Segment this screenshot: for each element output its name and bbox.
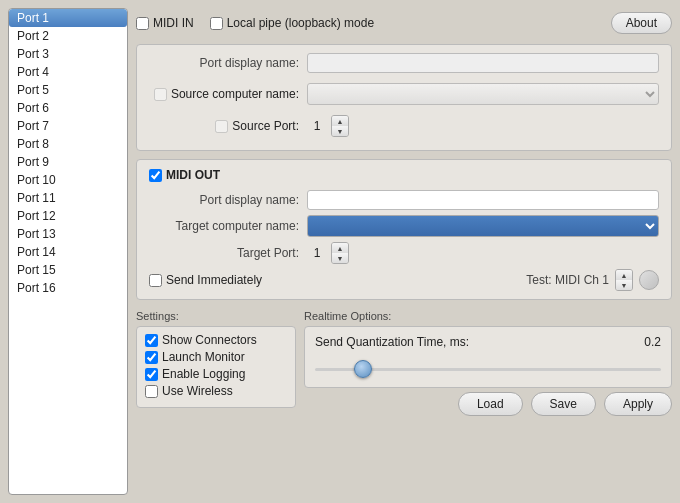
source-port-down[interactable]: ▼ (332, 126, 348, 136)
port-item-11[interactable]: Port 11 (9, 189, 127, 207)
realtime-box: Send Quantization Time, ms: 0.2 (304, 326, 672, 388)
source-computer-label: Source computer name: (171, 87, 299, 101)
port-item-2[interactable]: Port 2 (9, 27, 127, 45)
local-pipe-checkbox[interactable] (210, 17, 223, 30)
midi-in-checkbox-label[interactable]: MIDI IN (136, 16, 194, 30)
test-circle (639, 270, 659, 290)
send-immediately-checkbox[interactable] (149, 274, 162, 287)
settings-box: Show Connectors Launch Monitor Enable Lo… (136, 326, 296, 408)
port-item-1[interactable]: Port 1 (9, 9, 127, 27)
port-item-15[interactable]: Port 15 (9, 261, 127, 279)
launch-monitor-checkbox[interactable] (145, 351, 158, 364)
enable-logging-text: Enable Logging (162, 367, 245, 381)
top-bar-left: MIDI IN Local pipe (loopback) mode (136, 16, 374, 30)
quantize-row: Send Quantization Time, ms: 0.2 (315, 335, 661, 349)
target-port-up[interactable]: ▲ (332, 243, 348, 253)
slider-container (315, 359, 661, 379)
port-item-7[interactable]: Port 7 (9, 117, 127, 135)
port-item-16[interactable]: Port 16 (9, 279, 127, 297)
midi-out-target-computer-row: Target computer name: (149, 215, 659, 237)
send-immediately-label[interactable]: Send Immediately (149, 273, 262, 287)
show-connectors-checkbox[interactable] (145, 334, 158, 347)
midi-out-port-display-input[interactable] (307, 190, 659, 210)
midi-out-header: MIDI OUT (149, 168, 659, 182)
midi-in-port-display-row: Port display name: (149, 53, 659, 73)
main-container: Port 1 Port 2 Port 3 Port 4 Port 5 Port … (0, 0, 680, 503)
save-button[interactable]: Save (531, 392, 596, 416)
test-midi-row: Test: MIDI Ch 1 ▲ ▼ (526, 269, 659, 291)
source-computer-select[interactable] (307, 83, 659, 105)
quantize-slider[interactable] (315, 368, 661, 371)
top-bar: MIDI IN Local pipe (loopback) mode About (136, 8, 672, 38)
test-midi-down[interactable]: ▼ (616, 280, 632, 290)
midi-out-target-port-label: Target Port: (149, 246, 299, 260)
midi-in-source-port-row: Source Port: 1 ▲ ▼ (149, 115, 659, 137)
midi-in-port-display-label: Port display name: (149, 56, 299, 70)
send-row: Send Immediately Test: MIDI Ch 1 ▲ ▼ (149, 269, 659, 291)
enable-logging-label[interactable]: Enable Logging (145, 367, 287, 381)
realtime-label: Realtime Options: (304, 310, 672, 322)
midi-in-source-computer-row: Source computer name: (149, 83, 659, 105)
bottom-panels: Settings: Show Connectors Launch Monitor… (136, 310, 672, 495)
midi-out-port-display-label: Port display name: (149, 193, 299, 207)
send-immediately-text: Send Immediately (166, 273, 262, 287)
source-port-checkbox[interactable] (215, 120, 228, 133)
target-port-down[interactable]: ▼ (332, 253, 348, 263)
target-port-value: 1 (307, 246, 327, 260)
source-port-value: 1 (307, 119, 327, 133)
test-midi-up[interactable]: ▲ (616, 270, 632, 280)
midi-in-port-display-input[interactable] (307, 53, 659, 73)
midi-out-label: MIDI OUT (166, 168, 220, 182)
port-list: Port 1 Port 2 Port 3 Port 4 Port 5 Port … (8, 8, 128, 495)
launch-monitor-text: Launch Monitor (162, 350, 245, 364)
test-midi-label: Test: MIDI Ch 1 (526, 273, 609, 287)
local-pipe-label: Local pipe (loopback) mode (227, 16, 374, 30)
port-item-5[interactable]: Port 5 (9, 81, 127, 99)
midi-out-section: MIDI OUT Port display name: Target compu… (136, 159, 672, 300)
source-port-checkbox-label[interactable]: Source Port: (149, 119, 299, 133)
midi-in-label: MIDI IN (153, 16, 194, 30)
port-item-8[interactable]: Port 8 (9, 135, 127, 153)
show-connectors-text: Show Connectors (162, 333, 257, 347)
source-port-up[interactable]: ▲ (332, 116, 348, 126)
midi-out-checkbox[interactable] (149, 169, 162, 182)
midi-in-checkbox[interactable] (136, 17, 149, 30)
port-item-10[interactable]: Port 10 (9, 171, 127, 189)
port-item-4[interactable]: Port 4 (9, 63, 127, 81)
local-pipe-checkbox-label[interactable]: Local pipe (loopback) mode (210, 16, 374, 30)
midi-out-port-display-row: Port display name: (149, 190, 659, 210)
target-port-stepper-row: 1 ▲ ▼ (307, 242, 349, 264)
quantize-value: 0.2 (644, 335, 661, 349)
port-item-9[interactable]: Port 9 (9, 153, 127, 171)
port-item-14[interactable]: Port 14 (9, 243, 127, 261)
right-panel: MIDI IN Local pipe (loopback) mode About… (136, 8, 672, 495)
about-button[interactable]: About (611, 12, 672, 34)
target-port-stepper[interactable]: ▲ ▼ (331, 242, 349, 264)
source-computer-checkbox-label[interactable]: Source computer name: (149, 87, 299, 101)
midi-in-rows: Port display name: Source computer name:… (149, 53, 659, 142)
midi-in-section: Port display name: Source computer name:… (136, 44, 672, 151)
use-wireless-label[interactable]: Use Wireless (145, 384, 287, 398)
midi-out-target-computer-label: Target computer name: (149, 219, 299, 233)
quantize-label: Send Quantization Time, ms: (315, 335, 469, 349)
port-item-3[interactable]: Port 3 (9, 45, 127, 63)
settings-label: Settings: (136, 310, 296, 322)
realtime-panel: Realtime Options: Send Quantization Time… (304, 310, 672, 495)
show-connectors-label[interactable]: Show Connectors (145, 333, 287, 347)
port-item-6[interactable]: Port 6 (9, 99, 127, 117)
port-item-13[interactable]: Port 13 (9, 225, 127, 243)
target-computer-select[interactable] (307, 215, 659, 237)
apply-button[interactable]: Apply (604, 392, 672, 416)
port-item-12[interactable]: Port 12 (9, 207, 127, 225)
settings-panel: Settings: Show Connectors Launch Monitor… (136, 310, 296, 495)
launch-monitor-label[interactable]: Launch Monitor (145, 350, 287, 364)
source-computer-checkbox[interactable] (154, 88, 167, 101)
source-port-label: Source Port: (232, 119, 299, 133)
bottom-buttons: Load Save Apply (304, 388, 672, 420)
test-midi-stepper[interactable]: ▲ ▼ (615, 269, 633, 291)
load-button[interactable]: Load (458, 392, 523, 416)
enable-logging-checkbox[interactable] (145, 368, 158, 381)
source-port-stepper[interactable]: ▲ ▼ (331, 115, 349, 137)
use-wireless-checkbox[interactable] (145, 385, 158, 398)
midi-out-target-port-row: Target Port: 1 ▲ ▼ (149, 242, 659, 264)
